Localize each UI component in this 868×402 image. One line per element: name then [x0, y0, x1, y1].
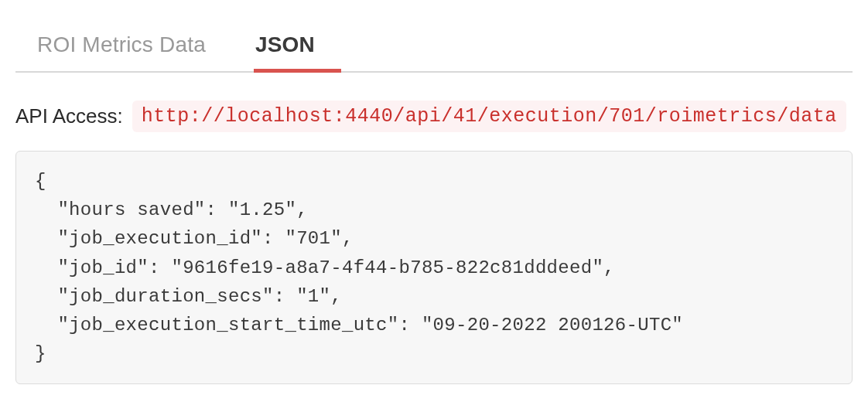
tab-roi-metrics-data[interactable]: ROI Metrics Data — [37, 22, 232, 71]
tab-json[interactable]: JSON — [232, 22, 341, 71]
json-code-block[interactable]: { "hours saved": "1.25", "job_execution_… — [15, 151, 853, 384]
api-access-url[interactable]: http://localhost:4440/api/41/execution/7… — [132, 100, 846, 132]
api-access-label: API Access: — [15, 104, 123, 128]
tab-bar: ROI Metrics Data JSON — [15, 22, 853, 73]
api-access-row: API Access: http://localhost:4440/api/41… — [15, 100, 853, 132]
